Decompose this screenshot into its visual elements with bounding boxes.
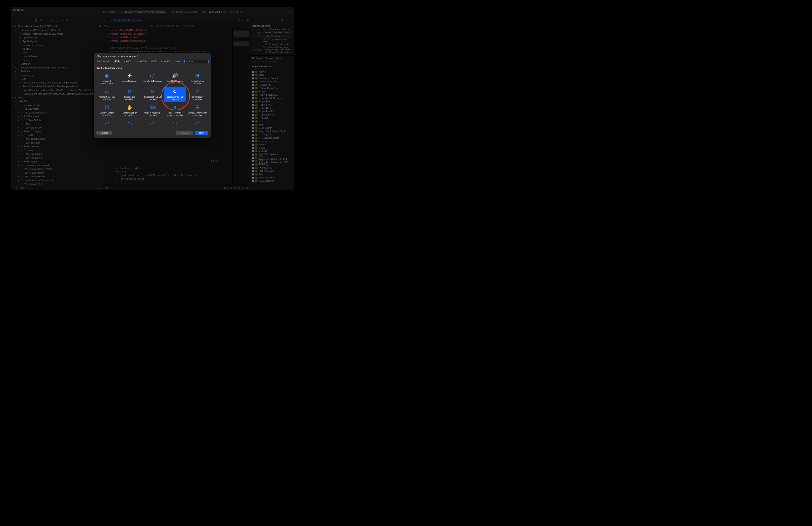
template-item[interactable]: ☰Device Activity Report Extension: [187, 103, 208, 118]
template-item[interactable]: ⬡App Intents Extension: [142, 71, 163, 86]
generic-icon: ◠: [104, 120, 110, 127]
platform-tab[interactable]: Multiplatform: [96, 60, 111, 63]
platform-tab[interactable]: watchOS: [135, 60, 147, 63]
template-item[interactable]: ⚡Action Extension: [119, 71, 140, 86]
filter-input[interactable]: [189, 60, 206, 63]
platform-tab[interactable]: macOS: [123, 60, 133, 63]
template-item[interactable]: ⛨Authentication Services: [187, 71, 208, 86]
bolt-icon: ⚡: [127, 72, 133, 79]
template-item[interactable]: ✆Call Directory Extension: [187, 87, 208, 102]
report-icon: ☰: [194, 104, 201, 111]
generic-icon: ◠: [172, 120, 178, 127]
hand-icon: ✋: [127, 104, 133, 111]
keyboard-icon: ⌨: [149, 104, 156, 111]
template-item[interactable]: ⧉Device Activity Monitor Extension: [164, 103, 185, 118]
platform-tab[interactable]: Other: [174, 60, 182, 63]
template-section-title: Application Extension: [97, 67, 208, 69]
refresh-icon: ↻: [172, 88, 178, 95]
person-icon: ◉: [104, 72, 110, 79]
template-item[interactable]: ◠: [97, 119, 118, 129]
generic-icon: ◠: [149, 120, 156, 127]
card-icon: ▭: [104, 88, 110, 95]
template-grid: ◉Account Authentication⚡Action Extension…: [97, 71, 208, 129]
generic-icon: ◠: [194, 120, 201, 127]
template-item[interactable]: ◠: [187, 119, 208, 129]
refresh-icon: ↻: [149, 88, 156, 95]
activity-icon: ⧉: [172, 104, 178, 111]
check-icon: ☑: [104, 104, 110, 111]
sound-icon: 🔊: [172, 72, 178, 79]
template-item[interactable]: ▭AutoFill Credential Provider: [97, 87, 118, 102]
template-item[interactable]: ☑ClassKit Context Provider: [97, 103, 118, 118]
cube-icon: ⬡: [149, 72, 156, 79]
template-item[interactable]: ◠: [142, 119, 163, 129]
generic-icon: ◠: [127, 120, 133, 127]
platform-tab[interactable]: tvOS: [150, 60, 157, 63]
new-target-sheet: Choose a template for your new target: M…: [94, 53, 211, 138]
template-item[interactable]: ↻Broadcast Upload Extension: [164, 87, 185, 102]
platform-tab[interactable]: DriverKit: [160, 60, 171, 63]
cancel-button[interactable]: Cancel: [97, 131, 112, 135]
template-item[interactable]: ✋Content Blocker Extension: [119, 103, 140, 118]
filter-icon: ⊜: [186, 60, 188, 63]
sheet-title: Choose a template for your new target:: [94, 53, 211, 59]
platform-tabs: MultiplatformiOSmacOSwatchOStvOSDriverKi…: [94, 59, 211, 65]
platform-tab[interactable]: iOS: [114, 60, 120, 63]
template-item[interactable]: ⟳Background Download: [119, 87, 140, 102]
template-item[interactable]: ⌨Custom Keyboard Extension: [142, 103, 163, 118]
template-item[interactable]: ◠: [164, 119, 185, 129]
phone-icon: ✆: [194, 88, 201, 95]
shield-icon: ⛨: [194, 72, 201, 79]
template-item[interactable]: ◠: [119, 119, 140, 129]
next-button[interactable]: Next: [195, 131, 208, 135]
previous-button[interactable]: Previous: [176, 131, 193, 135]
template-item[interactable]: ◉Account Authentication: [97, 71, 118, 86]
download-icon: ⟳: [127, 88, 133, 95]
template-item[interactable]: 🔊Audio Unit Extension: [164, 71, 185, 86]
template-item[interactable]: ↻Broadcast Setup UI Extension: [142, 87, 163, 102]
template-filter[interactable]: ⊜: [185, 60, 208, 63]
